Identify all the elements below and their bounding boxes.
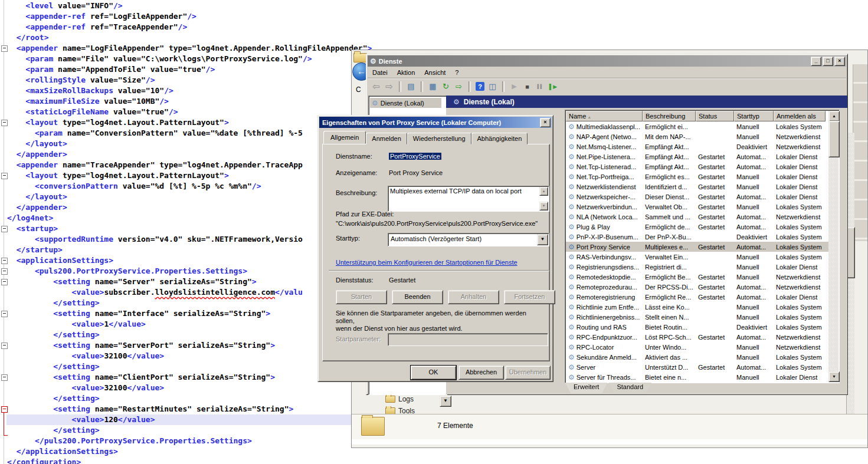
pause-button[interactable]: Anhalten	[448, 290, 499, 304]
dialog-titlebar[interactable]: Eigenschaften von Port Proxy Service (Lo…	[319, 117, 552, 128]
fold-marker[interactable]	[1, 406, 8, 413]
export-list-icon[interactable]: ⇨	[454, 81, 464, 91]
table-row[interactable]: ⚙Net.Pipe-Listenera...Empfängt Akt...Ges…	[566, 152, 828, 162]
close-button[interactable]: ×	[834, 57, 845, 66]
fold-marker[interactable]	[1, 311, 8, 317]
table-row[interactable]: ⚙Port Proxy ServiceMultiplexes e...Gesta…	[566, 242, 828, 252]
table-row[interactable]: ⚙NAP-Agent (Netwo...Mit dem NAP-...Manue…	[566, 131, 828, 141]
fold-marker[interactable]	[1, 374, 8, 381]
column-header-anmeldenals[interactable]: Anmelden als	[774, 111, 826, 121]
menu-item-[interactable]: ?	[450, 67, 463, 78]
start-button[interactable]: Starten	[336, 290, 387, 304]
table-cell: Netzwerkdienst	[774, 143, 826, 150]
table-row[interactable]: ⚙Server für Threads...Bietet eine n...Ma…	[566, 372, 828, 382]
tab-erweitert[interactable]: Erweitert	[565, 383, 607, 393]
chevron-down-icon[interactable]: ▼	[537, 234, 548, 245]
refresh-icon[interactable]: ↻	[441, 81, 451, 91]
table-row[interactable]: ⚙Remoteprozedurau...Der RPCSS-Di...Gesta…	[566, 282, 828, 292]
table-row[interactable]: ⚙Sekundäre Anmeld...Aktiviert das ...Man…	[566, 352, 828, 362]
column-header-starttyp[interactable]: Starttyp	[734, 111, 774, 121]
table-row[interactable]: ⚙Netzwerkverbindun...Verwaltet Ob...Gest…	[566, 202, 828, 212]
table-row[interactable]: ⚙Net.Tcp-Portfreiga...Ermöglicht es...Ge…	[566, 172, 828, 182]
scroll-up-icon[interactable]: ▲	[539, 187, 548, 196]
scroll-up-button[interactable]: ▲	[828, 111, 840, 121]
startup-options-help-link[interactable]: Unterstützung beim Konfigurieren der Sta…	[336, 259, 517, 266]
tab-wiederherstellung[interactable]: Wiederherstellung	[407, 133, 471, 144]
table-cell: Gestartet	[696, 334, 734, 341]
menu-item-datei[interactable]: Datei	[368, 67, 392, 78]
scroll-down-button[interactable]: ▼	[828, 371, 840, 382]
minimize-button[interactable]: _	[811, 57, 821, 66]
column-header-name[interactable]: Name ▲	[566, 111, 643, 121]
properties-icon[interactable]: ▦	[428, 81, 438, 91]
table-row[interactable]: ⚙RAS-Verbindungsv...Verwaltet Ein...Manu…	[566, 252, 828, 262]
table-row[interactable]: ⚙Richtlinienergebniss...Stellt einen N..…	[566, 312, 828, 322]
fold-marker[interactable]	[1, 120, 8, 126]
scroll-down-icon[interactable]: ▼	[539, 202, 548, 210]
cancel-button[interactable]: Abbrechen	[458, 366, 504, 380]
services-list[interactable]: Name ▲BeschreibungStatusStarttypAnmelden…	[565, 110, 840, 383]
table-row[interactable]: ⚙PnP-X-IP-Busenum...Der PnP-X-Bu...Deakt…	[566, 232, 828, 242]
forward-icon[interactable]: ⇨	[384, 81, 394, 91]
restart-service-icon[interactable]: ▌▶	[548, 81, 558, 91]
fold-marker[interactable]	[1, 279, 8, 285]
tab-abhängigkeiten[interactable]: Abhängigkeiten	[471, 133, 528, 144]
tab-standard[interactable]: Standard	[608, 383, 651, 393]
dropdown-button[interactable]: ▼	[440, 396, 451, 407]
table-row[interactable]: ⚙Richtlinie zum Entfe...Lässt eine Ko...…	[566, 302, 828, 312]
cell-text: Gestartet	[698, 173, 725, 180]
apply-button[interactable]: Übernehmen	[505, 366, 551, 380]
table-row[interactable]: ⚙Net.Msmq-Listener...Empfängt Akt...Deak…	[566, 141, 828, 152]
tab-anmelden[interactable]: Anmelden	[366, 133, 407, 144]
fold-marker[interactable]	[1, 258, 8, 264]
startup-type-combobox[interactable]: Automatisch (Verzögerter Start) ▼	[388, 233, 549, 246]
table-row[interactable]: ⚙NLA (Network Loca...Sammelt und ...Gest…	[566, 212, 828, 222]
table-row[interactable]: ⚙RPC-Endpunktzuor...Löst RPC-Sch...Gesta…	[566, 332, 828, 342]
stop-service-icon[interactable]: ■	[522, 81, 532, 91]
table-row[interactable]: ⚙Multimediaklassenpl...Ermöglicht ei...M…	[566, 121, 828, 131]
column-header-beschreibung[interactable]: Beschreibung	[643, 111, 696, 121]
table-row[interactable]: ⚙Plug & PlayErmöglicht de...GestartetAut…	[566, 222, 828, 232]
scrollbar-thumb[interactable]	[828, 121, 840, 157]
tab-allgemein[interactable]: Allgemein	[323, 131, 366, 144]
table-row[interactable]: ⚙Registrierungsdiens...Registriert di...…	[566, 262, 828, 272]
menu-item-aktion[interactable]: Aktion	[392, 67, 420, 78]
table-row[interactable]: ⚙ServerUnterstützt D...GestartetAutomat.…	[566, 362, 828, 372]
fold-marker[interactable]	[1, 173, 8, 179]
table-row[interactable]: ⚙RemoteregistrierungErmöglicht Re...Gest…	[566, 292, 828, 302]
extended-view-icon[interactable]: ◫	[487, 81, 497, 91]
services-titlebar[interactable]: ⚙ Dienste _ □ ×	[368, 55, 846, 67]
service-name-value[interactable]: PortProxyService	[389, 153, 441, 160]
start-params-input[interactable]	[388, 333, 548, 346]
fold-marker[interactable]	[1, 343, 8, 349]
maximize-button[interactable]: □	[823, 57, 833, 66]
tree-item-dienste-lokal[interactable]: ⚙ Dienste (Lokal)	[370, 98, 441, 108]
cell-text: Netzwerkdienst	[776, 344, 820, 351]
stop-button[interactable]: Beenden	[392, 290, 443, 304]
table-row[interactable]: ⚙RPC-LocatorUnter Windo...ManuellNetzwer…	[566, 342, 828, 352]
ok-button[interactable]: OK	[411, 366, 456, 380]
help-icon[interactable]: ?	[476, 82, 484, 91]
table-row[interactable]: ⚙Routing und RASBietet Routin...Deaktivi…	[566, 322, 828, 332]
list-scrollbar[interactable]: ▲ ▼	[828, 111, 838, 382]
show-console-tree-icon[interactable]: ▤	[406, 81, 416, 91]
cell-text: Multiplexes e...	[645, 243, 688, 251]
table-row[interactable]: ⚙NetzwerklistendienstIdentifiziert d...G…	[566, 182, 828, 192]
resume-button[interactable]: Fortsetzen	[504, 290, 555, 304]
table-row[interactable]: ⚙Netzwerkspeicher-...Dieser Dienst...Ges…	[566, 192, 828, 202]
close-icon[interactable]: ×	[540, 118, 551, 127]
pause-service-icon[interactable]: ▌▌	[535, 81, 545, 91]
table-row[interactable]: ⚙Net.Tcp-Listenerad...Empfängt Akt...Ges…	[566, 162, 828, 172]
explorer-folder-item[interactable]: Logs	[385, 394, 414, 403]
table-row[interactable]: ⚙Remotedesktopdie...Ermöglicht Be...Gest…	[566, 272, 828, 282]
start-service-icon[interactable]: ▶	[509, 81, 519, 91]
scrollbar-thumb[interactable]	[847, 227, 855, 278]
fold-marker[interactable]	[1, 45, 8, 52]
fold-marker[interactable]	[1, 226, 8, 232]
cell-text: Manuell	[736, 203, 759, 210]
column-header-status[interactable]: Status	[696, 111, 734, 121]
back-icon[interactable]: ⇦	[371, 81, 381, 91]
fold-marker[interactable]	[1, 268, 8, 275]
description-field[interactable]: Multiplexes external TCP/IP data on loca…	[388, 186, 549, 212]
menu-item-ansicht[interactable]: Ansicht	[420, 67, 450, 78]
